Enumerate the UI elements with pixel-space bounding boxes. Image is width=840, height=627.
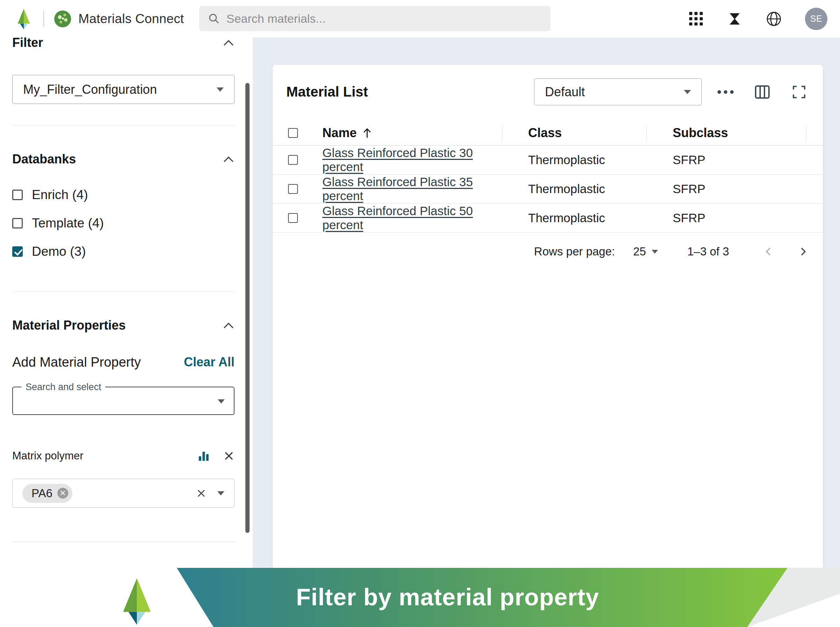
screen: Materials Connect [0, 0, 840, 627]
view-selector-value: Default [545, 85, 585, 99]
checkbox-icon[interactable] [12, 190, 23, 200]
chevron-down-icon [218, 399, 225, 403]
top-bar: Materials Connect [0, 0, 840, 38]
chevron-down-icon [684, 90, 691, 94]
avatar[interactable]: SE [805, 8, 827, 30]
chevron-up-icon[interactable] [222, 321, 235, 330]
subclass-cell: SFRP [646, 153, 806, 167]
material-list-header: Material List Default [273, 65, 823, 106]
databank-item-template[interactable]: Template (4) [12, 215, 235, 231]
view-selector[interactable]: Default [534, 78, 702, 105]
property-row-matrix-polymer: Matrix polymer [12, 449, 235, 463]
chevron-up-icon[interactable] [222, 38, 235, 47]
databank-item-enrich[interactable]: Enrich (4) [12, 187, 235, 203]
chevron-down-icon[interactable] [217, 491, 224, 495]
subclass-cell: SFRP [646, 182, 806, 196]
fullscreen-icon[interactable] [792, 85, 806, 99]
subclass-cell: SFRP [646, 211, 806, 225]
add-material-property-label: Add Material Property [12, 355, 141, 370]
material-list-card: Material List Default [273, 65, 823, 568]
materials-connect-icon [54, 10, 71, 28]
main-content: Material List Default [253, 38, 840, 568]
chevron-down-icon [217, 87, 224, 92]
promo-banner: Filter by material property [0, 568, 840, 627]
select-all-checkbox[interactable] [288, 128, 298, 138]
filter-section-header[interactable]: Filter [12, 38, 235, 52]
hexagon-logo-icon [110, 577, 162, 627]
sort-by-name[interactable]: Name [322, 126, 372, 140]
add-material-property-row: Add Material Property Clear All [12, 354, 235, 370]
table-row: Glass Reinforced Plastic 30 percent Ther… [273, 146, 823, 175]
checkbox-label: Demo (3) [32, 244, 86, 259]
divider [12, 542, 235, 542]
brand[interactable]: Materials Connect [13, 0, 184, 38]
row-checkbox[interactable] [288, 155, 298, 165]
filter-config-select[interactable]: My_Filter_Configuration [12, 75, 235, 104]
rows-per-page-label: Rows per page: [534, 245, 615, 258]
search-icon [208, 13, 219, 24]
column-header-name: Name [322, 126, 357, 140]
material-link[interactable]: Glass Reinforced Plastic 35 percent [322, 175, 473, 203]
databanks-section-header[interactable]: Databanks [12, 151, 235, 167]
search-input[interactable] [227, 12, 541, 25]
table-row: Glass Reinforced Plastic 35 percent Ther… [273, 175, 823, 204]
table-row: Glass Reinforced Plastic 50 percent Ther… [273, 204, 823, 233]
prev-page-icon[interactable] [763, 246, 775, 257]
material-link[interactable]: Glass Reinforced Plastic 30 percent [322, 146, 473, 173]
column-header-subclass: Subclass [673, 126, 728, 140]
checkbox-icon[interactable] [12, 246, 23, 257]
material-properties-section-header[interactable]: Material Properties [12, 317, 235, 334]
histogram-icon[interactable] [197, 450, 210, 462]
material-link[interactable]: Glass Reinforced Plastic 50 percent [322, 204, 473, 232]
divider [12, 126, 235, 126]
filter-sidebar: Filter My_Filter_Configuration Databanks… [0, 38, 253, 568]
app-name: Materials Connect [79, 11, 184, 26]
filter-config-value: My_Filter_Configuration [23, 82, 157, 97]
chevron-down-icon [652, 250, 658, 254]
checkbox-icon[interactable] [12, 218, 23, 228]
databank-item-demo[interactable]: Demo (3) [12, 244, 235, 260]
column-header-class: Class [528, 126, 562, 140]
value-chip: PA6 ✕ [22, 484, 72, 503]
next-page-icon[interactable] [797, 246, 809, 257]
more-options-icon[interactable] [717, 90, 734, 94]
columns-icon[interactable] [754, 85, 771, 99]
hourglass-logo-icon[interactable] [727, 11, 743, 27]
rows-per-page-value: 25 [633, 245, 646, 258]
class-cell: Thermoplastic [502, 153, 646, 167]
class-cell: Thermoplastic [502, 211, 646, 225]
row-checkbox[interactable] [288, 184, 298, 194]
chevron-up-icon[interactable] [222, 154, 235, 164]
clear-selection-icon[interactable] [195, 488, 207, 499]
apps-grid-icon[interactable] [689, 11, 703, 26]
rows-per-page-select[interactable]: 25 [633, 245, 658, 258]
divider [12, 291, 235, 291]
pagination: Rows per page: 25 1–3 of 3 [273, 242, 823, 262]
remove-property-icon[interactable] [223, 450, 235, 462]
sidebar-scrollbar[interactable] [245, 83, 249, 533]
databanks-title: Databanks [12, 152, 76, 167]
material-properties-title: Material Properties [12, 318, 126, 333]
row-checkbox[interactable] [288, 213, 298, 223]
page-title: Material List [286, 84, 368, 100]
property-name: Matrix polymer [12, 450, 197, 462]
global-search[interactable] [199, 6, 550, 31]
chip-remove-icon[interactable]: ✕ [57, 488, 68, 499]
property-value-select[interactable]: PA6 ✕ [12, 479, 235, 508]
sort-ascending-icon [362, 128, 372, 139]
class-cell: Thermoplastic [502, 182, 646, 196]
clear-all-button[interactable]: Clear All [184, 355, 235, 370]
chip-label: PA6 [32, 487, 52, 500]
table-header-row: Name Class Subclass [273, 120, 823, 146]
property-search-select[interactable]: Search and select [12, 387, 235, 415]
banner-headline: Filter by material property [296, 583, 599, 611]
pagination-range: 1–3 of 3 [687, 245, 729, 258]
top-icons: SE [689, 0, 827, 38]
checkbox-label: Template (4) [32, 216, 104, 231]
checkbox-label: Enrich (4) [32, 187, 88, 202]
divider [43, 11, 44, 27]
globe-icon[interactable] [766, 11, 782, 27]
property-search-select-label: Search and select [21, 382, 106, 392]
hexagon-logo-icon [13, 8, 34, 30]
filter-title: Filter [12, 38, 43, 50]
